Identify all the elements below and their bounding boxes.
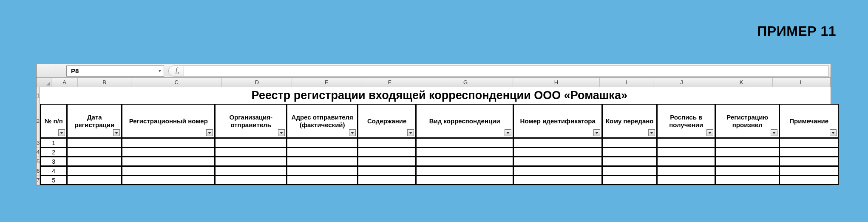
table-header-cell[interactable]: Примечание — [779, 104, 839, 138]
filter-button[interactable] — [278, 129, 285, 136]
col-header[interactable]: J — [653, 78, 710, 87]
cell[interactable] — [286, 147, 358, 157]
col-header[interactable]: K — [710, 78, 773, 87]
cell[interactable] — [286, 166, 358, 176]
cell[interactable] — [357, 175, 416, 185]
cell[interactable] — [67, 157, 122, 166]
sheet-title[interactable]: Реестр регистрации входящей корреспонден… — [40, 87, 839, 104]
cell[interactable] — [513, 166, 602, 176]
table-header-cell[interactable]: Роспись в получении — [657, 104, 715, 138]
cell[interactable] — [286, 175, 358, 185]
cell[interactable] — [779, 147, 839, 157]
cell[interactable] — [657, 138, 715, 148]
cell[interactable] — [286, 157, 358, 166]
cell[interactable] — [602, 166, 657, 176]
cell[interactable] — [416, 157, 513, 166]
cell[interactable] — [779, 138, 839, 148]
cell[interactable] — [67, 138, 122, 148]
cell[interactable] — [122, 147, 215, 157]
table-header-cell[interactable]: Номер идентификатора — [513, 104, 602, 138]
cell[interactable]: 1 — [40, 138, 67, 148]
cell[interactable] — [416, 138, 513, 148]
filter-button[interactable] — [349, 129, 356, 136]
table-header-cell[interactable]: № п/п — [40, 104, 67, 138]
cell[interactable] — [357, 166, 416, 176]
cell[interactable] — [416, 147, 513, 157]
cell[interactable]: 4 — [40, 166, 67, 176]
filter-button[interactable] — [706, 129, 713, 136]
cell[interactable] — [779, 166, 839, 176]
row-header[interactable]: 7 — [37, 176, 40, 185]
cell[interactable] — [657, 175, 715, 185]
table-header-cell[interactable]: Вид корреспонденции — [416, 104, 513, 138]
cell[interactable] — [357, 147, 416, 157]
cell[interactable] — [602, 175, 657, 185]
cell[interactable] — [215, 166, 287, 176]
cell[interactable] — [122, 157, 215, 166]
cell[interactable] — [122, 138, 215, 148]
chevron-down-icon[interactable]: ▼ — [158, 68, 162, 73]
cell[interactable] — [67, 175, 122, 185]
col-header[interactable]: L — [773, 78, 831, 87]
cell[interactable] — [602, 147, 657, 157]
col-header[interactable]: D — [222, 78, 292, 87]
cell[interactable] — [657, 147, 715, 157]
table-header-cell[interactable]: Организация-отправитель — [215, 104, 287, 138]
cell[interactable] — [715, 175, 780, 185]
row-header[interactable]: 6 — [37, 166, 40, 176]
filter-button[interactable] — [771, 129, 777, 136]
cell[interactable] — [657, 166, 715, 176]
filter-button[interactable] — [206, 129, 213, 136]
col-header[interactable]: G — [418, 78, 513, 87]
table-header-cell[interactable]: Кому передано — [602, 104, 657, 138]
cell[interactable] — [215, 138, 287, 148]
cell[interactable] — [513, 147, 602, 157]
table-header-cell[interactable]: Регистрационный номер — [122, 104, 215, 138]
row-header[interactable]: 5 — [37, 157, 40, 166]
col-header[interactable]: B — [78, 78, 131, 87]
cell[interactable]: 3 — [40, 157, 67, 166]
cell[interactable] — [602, 157, 657, 166]
filter-button[interactable] — [505, 129, 511, 136]
formula-input[interactable] — [184, 65, 829, 77]
cell[interactable] — [215, 175, 287, 185]
cell[interactable] — [67, 166, 122, 176]
cell[interactable] — [513, 138, 602, 148]
fx-button[interactable]: fx — [168, 65, 184, 77]
cell[interactable] — [122, 166, 215, 176]
col-header[interactable]: C — [131, 78, 222, 87]
name-box[interactable]: P8 ▼ — [66, 65, 164, 77]
cell[interactable] — [715, 157, 780, 166]
cell[interactable] — [779, 157, 839, 166]
filter-button[interactable] — [648, 129, 655, 136]
cell[interactable] — [215, 147, 287, 157]
table-header-cell[interactable]: Содержание — [357, 104, 416, 138]
cell[interactable] — [67, 147, 122, 157]
cell[interactable] — [715, 147, 780, 157]
cell[interactable] — [715, 166, 780, 176]
cell[interactable] — [286, 138, 358, 148]
cell[interactable] — [513, 157, 602, 166]
row-header[interactable]: 2 — [37, 104, 40, 138]
row-header[interactable]: 4 — [37, 148, 40, 157]
row-header[interactable]: 3 — [37, 138, 40, 148]
cell[interactable] — [602, 138, 657, 148]
table-header-cell[interactable]: Дата регистрации — [67, 104, 122, 138]
select-all-corner[interactable] — [37, 78, 51, 87]
cell[interactable]: 5 — [40, 175, 67, 185]
cell[interactable] — [657, 157, 715, 166]
cell[interactable] — [513, 175, 602, 185]
filter-button[interactable] — [113, 129, 120, 136]
row-header[interactable]: 1 — [37, 87, 40, 104]
filter-button[interactable] — [407, 129, 414, 136]
filter-button[interactable] — [830, 129, 837, 136]
cell[interactable] — [779, 175, 839, 185]
cell[interactable] — [416, 166, 513, 176]
col-header[interactable]: I — [600, 78, 653, 87]
cell[interactable] — [357, 157, 416, 166]
cell[interactable] — [215, 157, 287, 166]
cell[interactable]: 2 — [40, 147, 67, 157]
cell[interactable] — [416, 175, 513, 185]
cell[interactable] — [715, 138, 780, 148]
col-header[interactable]: E — [292, 78, 361, 87]
